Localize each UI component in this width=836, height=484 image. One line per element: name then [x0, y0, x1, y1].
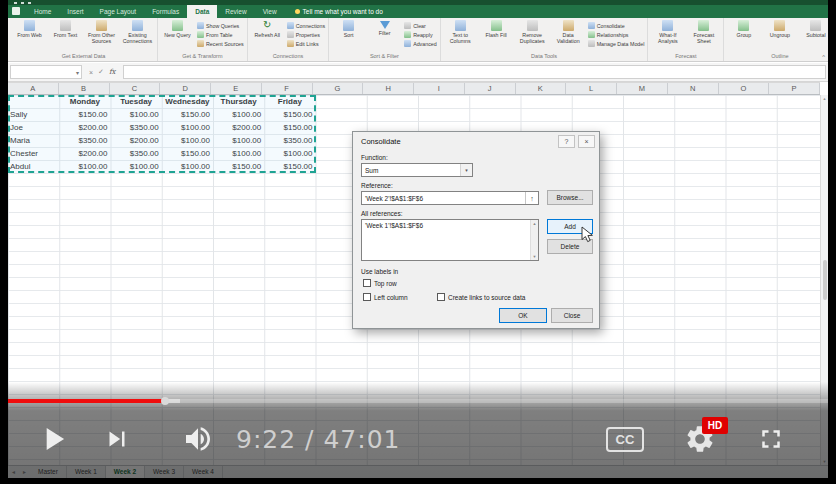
- cell[interactable]: Abdul: [8, 160, 59, 173]
- advanced-button[interactable]: Advanced: [404, 40, 437, 47]
- range-select-icon[interactable]: ↑: [525, 192, 538, 204]
- column-header[interactable]: B: [59, 83, 110, 94]
- from-web-button[interactable]: From Web: [13, 19, 46, 38]
- cell[interactable]: $100.00: [59, 160, 110, 173]
- refresh-all-button[interactable]: ↻Refresh All: [251, 19, 284, 38]
- cell[interactable]: $150.00: [264, 121, 315, 134]
- progress-knob[interactable]: [161, 397, 169, 405]
- collapse-ribbon-icon[interactable]: ^: [822, 54, 825, 60]
- column-header[interactable]: O: [719, 83, 770, 94]
- cell[interactable]: $100.00: [162, 160, 213, 173]
- list-scrollbar[interactable]: ▲ ▼: [530, 220, 538, 260]
- left-column-checkbox[interactable]: Left column: [363, 293, 408, 301]
- column-header[interactable]: G: [313, 83, 364, 94]
- cell[interactable]: Maria: [8, 134, 59, 147]
- show-queries-button[interactable]: Show Queries: [197, 22, 244, 29]
- cell[interactable]: $100.00: [162, 121, 213, 134]
- cell[interactable]: $350.00: [59, 134, 110, 147]
- cell[interactable]: $100.00: [213, 134, 264, 147]
- tab-review[interactable]: Review: [217, 5, 254, 18]
- cell[interactable]: $150.00: [264, 108, 315, 121]
- scrollbar-thumb[interactable]: [823, 260, 827, 300]
- browse-button[interactable]: Browse...: [547, 190, 593, 205]
- cell[interactable]: $200.00: [213, 121, 264, 134]
- cell[interactable]: $200.00: [111, 134, 162, 147]
- filter-button[interactable]: Filter: [368, 19, 401, 36]
- column-header[interactable]: N: [668, 83, 719, 94]
- properties-button[interactable]: Properties: [287, 31, 325, 38]
- progress-bar[interactable]: [8, 399, 828, 403]
- remove-duplicates-button[interactable]: Remove Duplicates: [516, 19, 549, 44]
- cell[interactable]: Tuesday: [111, 95, 162, 108]
- cell[interactable]: $100.00: [264, 147, 315, 160]
- cell[interactable]: $150.00: [59, 108, 110, 121]
- column-header[interactable]: H: [363, 83, 414, 94]
- cell[interactable]: $150.00: [213, 160, 264, 173]
- enter-icon[interactable]: ✓: [98, 68, 104, 76]
- sort-button[interactable]: Sort: [332, 19, 365, 38]
- dialog-title-bar[interactable]: Consolidate ? ×: [353, 132, 599, 150]
- column-header[interactable]: A: [8, 83, 59, 94]
- consolidate-button[interactable]: Consolidate: [588, 22, 645, 29]
- tab-formulas[interactable]: Formulas: [144, 5, 187, 18]
- tab-home[interactable]: Home: [26, 5, 59, 18]
- tab-page-layout[interactable]: Page Layout: [92, 5, 145, 18]
- recent-sources-button[interactable]: Recent Sources: [197, 40, 244, 47]
- cell[interactable]: $100.00: [213, 108, 264, 121]
- formula-input[interactable]: [123, 65, 826, 79]
- new-query-button[interactable]: New Query: [161, 19, 194, 38]
- column-header[interactable]: E: [211, 83, 262, 94]
- scroll-up-icon[interactable]: ▲: [533, 221, 537, 226]
- forecast-sheet-button[interactable]: Forecast Sheet: [687, 19, 720, 44]
- cell[interactable]: Wednesday: [162, 95, 213, 108]
- reference-input[interactable]: 'Week 2'!$A$1:$F$6 ↑: [361, 191, 539, 205]
- flash-fill-button[interactable]: Flash Fill: [480, 19, 513, 38]
- cell[interactable]: $150.00: [162, 147, 213, 160]
- column-header[interactable]: F: [262, 83, 313, 94]
- data-validation-button[interactable]: Data Validation: [552, 19, 585, 44]
- cell[interactable]: Chester: [8, 147, 59, 160]
- tell-me-box[interactable]: Tell me what you want to do: [295, 5, 383, 18]
- top-row-checkbox[interactable]: Top row: [363, 279, 397, 287]
- tab-data[interactable]: Data: [187, 5, 217, 18]
- create-links-checkbox[interactable]: Create links to source data: [437, 293, 525, 301]
- all-references-list[interactable]: 'Week 1'!$A$1:$F$6 ▲ ▼: [361, 219, 539, 261]
- cell[interactable]: $350.00: [111, 147, 162, 160]
- play-button[interactable]: [34, 420, 72, 458]
- cell[interactable]: Friday: [264, 95, 315, 108]
- column-header[interactable]: M: [617, 83, 668, 94]
- cell[interactable]: Joe: [8, 121, 59, 134]
- cell[interactable]: $200.00: [59, 147, 110, 160]
- text-to-columns-button[interactable]: Text to Columns: [444, 19, 477, 44]
- cell[interactable]: $200.00: [59, 121, 110, 134]
- close-button[interactable]: Close: [551, 308, 593, 323]
- insert-function-icon[interactable]: fx: [109, 68, 116, 76]
- function-dropdown[interactable]: Sum ▾: [361, 163, 473, 177]
- ok-button[interactable]: OK: [499, 308, 547, 323]
- volume-icon[interactable]: [182, 423, 214, 455]
- from-table-button[interactable]: From Table: [197, 31, 244, 38]
- cell[interactable]: $100.00: [111, 108, 162, 121]
- cell[interactable]: $350.00: [111, 121, 162, 134]
- close-icon[interactable]: ×: [578, 135, 595, 148]
- clear-button[interactable]: Clear: [404, 22, 437, 29]
- subtotal-button[interactable]: Subtotal: [799, 19, 828, 38]
- captions-button[interactable]: CC: [606, 427, 644, 452]
- manage-data-model-button[interactable]: Manage Data Model: [588, 40, 645, 47]
- connections-button[interactable]: Connections: [287, 22, 325, 29]
- tab-insert[interactable]: Insert: [59, 5, 91, 18]
- relationships-button[interactable]: Relationships: [588, 31, 645, 38]
- cell[interactable]: $150.00: [264, 160, 315, 173]
- cell[interactable]: Thursday: [213, 95, 264, 108]
- reference-list-item[interactable]: 'Week 1'!$A$1:$F$6: [362, 220, 538, 231]
- group-button[interactable]: Group: [727, 19, 760, 38]
- what-if-analysis-button[interactable]: What-If Analysis: [651, 19, 684, 44]
- from-text-button[interactable]: From Text: [49, 19, 82, 38]
- edit-links-button[interactable]: Edit Links: [287, 40, 325, 47]
- reapply-button[interactable]: Reapply: [404, 31, 437, 38]
- column-header[interactable]: C: [110, 83, 161, 94]
- from-other-sources-button[interactable]: From Other Sources: [85, 19, 118, 44]
- column-header[interactable]: I: [414, 83, 465, 94]
- column-header[interactable]: D: [160, 83, 211, 94]
- cell[interactable]: $100.00: [111, 160, 162, 173]
